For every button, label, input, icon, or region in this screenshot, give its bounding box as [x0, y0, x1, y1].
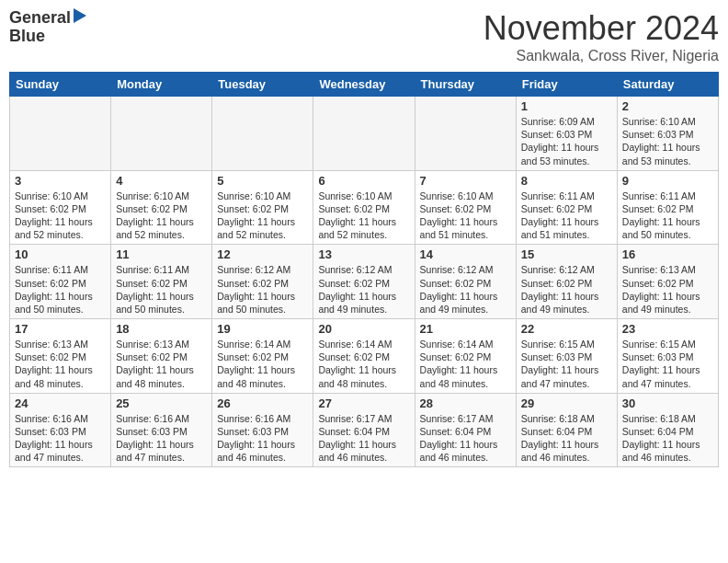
calendar-cell: [111, 97, 212, 171]
calendar-cell: 22Sunrise: 6:15 AM Sunset: 6:03 PM Dayli…: [516, 319, 617, 394]
calendar-cell: 3Sunrise: 6:10 AM Sunset: 6:02 PM Daylig…: [10, 170, 111, 245]
weekday-header-tuesday: Tuesday: [212, 73, 313, 97]
logo-text-blue: Blue: [9, 28, 45, 46]
day-number: 22: [521, 322, 612, 336]
calendar-cell: 19Sunrise: 6:14 AM Sunset: 6:02 PM Dayli…: [212, 319, 313, 394]
day-number: 18: [116, 322, 207, 336]
day-number: 8: [521, 174, 612, 188]
calendar-cell: [212, 97, 313, 171]
weekday-header-row: SundayMondayTuesdayWednesdayThursdayFrid…: [10, 73, 719, 97]
calendar-cell: 11Sunrise: 6:11 AM Sunset: 6:02 PM Dayli…: [111, 245, 212, 319]
title-area: November 2024 Sankwala, Cross River, Nig…: [483, 9, 719, 64]
day-number: 28: [420, 396, 511, 410]
calendar-week-row: 17Sunrise: 6:13 AM Sunset: 6:02 PM Dayli…: [10, 319, 719, 394]
day-info: Sunrise: 6:10 AM Sunset: 6:02 PM Dayligh…: [217, 190, 308, 242]
day-number: 26: [217, 396, 308, 410]
day-number: 16: [622, 247, 713, 261]
logo: General Blue: [9, 9, 87, 46]
calendar-cell: 1Sunrise: 6:09 AM Sunset: 6:03 PM Daylig…: [516, 97, 617, 171]
calendar-week-row: 10Sunrise: 6:11 AM Sunset: 6:02 PM Dayli…: [10, 245, 719, 319]
calendar-cell: 2Sunrise: 6:10 AM Sunset: 6:03 PM Daylig…: [617, 97, 718, 171]
calendar-cell: 30Sunrise: 6:18 AM Sunset: 6:04 PM Dayli…: [617, 393, 718, 467]
calendar-cell: 7Sunrise: 6:10 AM Sunset: 6:02 PM Daylig…: [415, 170, 516, 245]
day-number: 9: [622, 174, 713, 188]
calendar-cell: 5Sunrise: 6:10 AM Sunset: 6:02 PM Daylig…: [212, 170, 313, 245]
calendar-table: SundayMondayTuesdayWednesdayThursdayFrid…: [9, 72, 719, 467]
calendar-cell: 13Sunrise: 6:12 AM Sunset: 6:02 PM Dayli…: [313, 245, 415, 319]
page-header: General Blue November 2024 Sankwala, Cro…: [9, 9, 719, 64]
calendar-cell: 29Sunrise: 6:18 AM Sunset: 6:04 PM Dayli…: [516, 393, 617, 467]
calendar-cell: 24Sunrise: 6:16 AM Sunset: 6:03 PM Dayli…: [10, 393, 111, 467]
logo-arrow-icon: [74, 8, 86, 23]
day-number: 29: [521, 396, 612, 410]
calendar-cell: 17Sunrise: 6:13 AM Sunset: 6:02 PM Dayli…: [10, 319, 111, 394]
calendar-week-row: 3Sunrise: 6:10 AM Sunset: 6:02 PM Daylig…: [10, 170, 719, 245]
weekday-header-monday: Monday: [111, 73, 212, 97]
day-info: Sunrise: 6:17 AM Sunset: 6:04 PM Dayligh…: [420, 412, 511, 465]
calendar-body: 1Sunrise: 6:09 AM Sunset: 6:03 PM Daylig…: [10, 97, 719, 467]
calendar-cell: [313, 97, 415, 171]
calendar-cell: 15Sunrise: 6:12 AM Sunset: 6:02 PM Dayli…: [516, 245, 617, 319]
calendar-cell: 14Sunrise: 6:12 AM Sunset: 6:02 PM Dayli…: [415, 245, 516, 319]
page-subtitle: Sankwala, Cross River, Nigeria: [483, 48, 719, 64]
calendar-cell: 6Sunrise: 6:10 AM Sunset: 6:02 PM Daylig…: [313, 170, 415, 245]
day-info: Sunrise: 6:13 AM Sunset: 6:02 PM Dayligh…: [116, 338, 207, 390]
weekday-header-thursday: Thursday: [415, 73, 516, 97]
calendar-cell: 28Sunrise: 6:17 AM Sunset: 6:04 PM Dayli…: [415, 393, 516, 467]
day-number: 23: [622, 322, 713, 336]
calendar-cell: 26Sunrise: 6:16 AM Sunset: 6:03 PM Dayli…: [212, 393, 313, 467]
day-info: Sunrise: 6:14 AM Sunset: 6:02 PM Dayligh…: [217, 338, 308, 390]
day-number: 12: [217, 247, 308, 261]
day-info: Sunrise: 6:12 AM Sunset: 6:02 PM Dayligh…: [318, 263, 409, 316]
day-info: Sunrise: 6:11 AM Sunset: 6:02 PM Dayligh…: [116, 263, 207, 316]
logo-text-general: General: [9, 9, 71, 28]
day-number: 30: [622, 396, 713, 410]
day-info: Sunrise: 6:12 AM Sunset: 6:02 PM Dayligh…: [521, 263, 612, 316]
day-info: Sunrise: 6:10 AM Sunset: 6:02 PM Dayligh…: [15, 190, 106, 242]
day-number: 10: [15, 247, 106, 261]
day-info: Sunrise: 6:17 AM Sunset: 6:04 PM Dayligh…: [318, 412, 409, 465]
calendar-week-row: 1Sunrise: 6:09 AM Sunset: 6:03 PM Daylig…: [10, 97, 719, 171]
day-number: 7: [420, 174, 511, 188]
calendar-week-row: 24Sunrise: 6:16 AM Sunset: 6:03 PM Dayli…: [10, 393, 719, 467]
day-number: 14: [420, 247, 511, 261]
day-number: 4: [116, 174, 207, 188]
day-number: 25: [116, 396, 207, 410]
day-number: 24: [15, 396, 106, 410]
calendar-cell: 18Sunrise: 6:13 AM Sunset: 6:02 PM Dayli…: [111, 319, 212, 394]
day-info: Sunrise: 6:15 AM Sunset: 6:03 PM Dayligh…: [622, 338, 713, 390]
day-number: 15: [521, 247, 612, 261]
day-number: 21: [420, 322, 511, 336]
day-number: 5: [217, 174, 308, 188]
day-number: 19: [217, 322, 308, 336]
calendar-cell: 20Sunrise: 6:14 AM Sunset: 6:02 PM Dayli…: [313, 319, 415, 394]
day-info: Sunrise: 6:11 AM Sunset: 6:02 PM Dayligh…: [521, 190, 612, 242]
day-number: 1: [521, 99, 612, 113]
day-info: Sunrise: 6:13 AM Sunset: 6:02 PM Dayligh…: [622, 263, 713, 316]
day-info: Sunrise: 6:12 AM Sunset: 6:02 PM Dayligh…: [217, 263, 308, 316]
day-info: Sunrise: 6:12 AM Sunset: 6:02 PM Dayligh…: [420, 263, 511, 316]
day-info: Sunrise: 6:13 AM Sunset: 6:02 PM Dayligh…: [15, 338, 106, 390]
calendar-cell: [10, 97, 111, 171]
day-info: Sunrise: 6:10 AM Sunset: 6:02 PM Dayligh…: [420, 190, 511, 242]
day-info: Sunrise: 6:10 AM Sunset: 6:02 PM Dayligh…: [318, 190, 409, 242]
calendar-cell: 21Sunrise: 6:14 AM Sunset: 6:02 PM Dayli…: [415, 319, 516, 394]
calendar-cell: 25Sunrise: 6:16 AM Sunset: 6:03 PM Dayli…: [111, 393, 212, 467]
day-info: Sunrise: 6:14 AM Sunset: 6:02 PM Dayligh…: [420, 338, 511, 390]
day-number: 13: [318, 247, 409, 261]
day-info: Sunrise: 6:10 AM Sunset: 6:02 PM Dayligh…: [116, 190, 207, 242]
day-info: Sunrise: 6:18 AM Sunset: 6:04 PM Dayligh…: [622, 412, 713, 465]
day-number: 2: [622, 99, 713, 113]
calendar-cell: 4Sunrise: 6:10 AM Sunset: 6:02 PM Daylig…: [111, 170, 212, 245]
day-info: Sunrise: 6:15 AM Sunset: 6:03 PM Dayligh…: [521, 338, 612, 390]
weekday-header-sunday: Sunday: [10, 73, 111, 97]
calendar-cell: 12Sunrise: 6:12 AM Sunset: 6:02 PM Dayli…: [212, 245, 313, 319]
day-number: 20: [318, 322, 409, 336]
day-number: 17: [15, 322, 106, 336]
day-info: Sunrise: 6:11 AM Sunset: 6:02 PM Dayligh…: [622, 190, 713, 242]
day-number: 27: [318, 396, 409, 410]
day-number: 11: [116, 247, 207, 261]
weekday-header-friday: Friday: [516, 73, 617, 97]
day-info: Sunrise: 6:18 AM Sunset: 6:04 PM Dayligh…: [521, 412, 612, 465]
day-info: Sunrise: 6:14 AM Sunset: 6:02 PM Dayligh…: [318, 338, 409, 390]
